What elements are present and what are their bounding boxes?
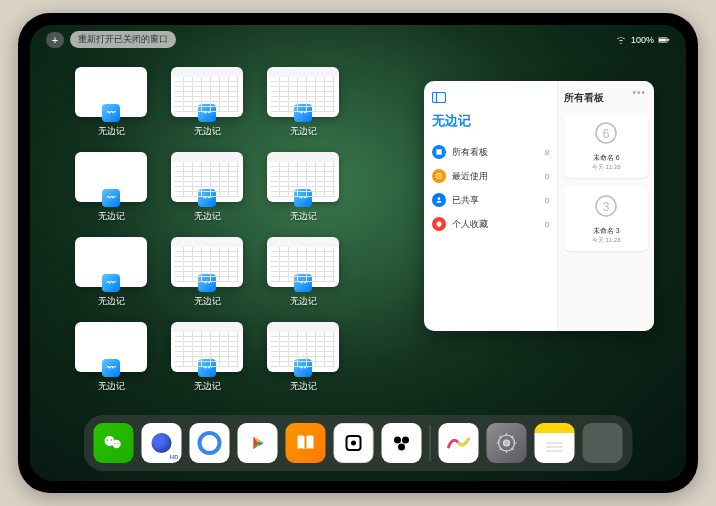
- battery-icon: [658, 36, 670, 44]
- thumbnail-label: 无边记: [194, 210, 221, 223]
- svg-text:6: 6: [603, 127, 610, 141]
- panel-sidebar: 无边记 所有看板8最近使用0已共享0个人收藏0: [424, 81, 557, 331]
- window-thumbnail[interactable]: 〰无边记: [72, 152, 150, 223]
- sidebar-item-count: 8: [545, 148, 549, 157]
- freeform-badge-icon: 〰: [102, 104, 120, 122]
- quark-app-icon[interactable]: HD: [142, 423, 182, 463]
- thumbnail-label: 无边记: [194, 295, 221, 308]
- sidebar-item-count: 0: [545, 172, 549, 181]
- svg-point-15: [114, 443, 115, 444]
- svg-point-12: [112, 440, 120, 448]
- thumbnail-label: 无边记: [290, 295, 317, 308]
- thumbnail-label: 无边记: [98, 125, 125, 138]
- board-preview: 3: [588, 192, 624, 222]
- window-thumbnail[interactable]: 〰无边记: [168, 322, 246, 393]
- app-switcher-grid: 〰无边记〰无边记〰无边记〰无边记〰无边记〰无边记〰无边记〰无边记〰无边记〰无边记…: [72, 67, 342, 393]
- freeform-badge-icon: 〰: [294, 274, 312, 292]
- thumbnail-label: 无边记: [98, 295, 125, 308]
- sidebar-item[interactable]: 已共享0: [432, 188, 549, 212]
- svg-point-14: [111, 439, 113, 441]
- window-thumbnail[interactable]: 〰无边记: [264, 152, 342, 223]
- video-app-icon[interactable]: [238, 423, 278, 463]
- svg-point-20: [402, 437, 409, 444]
- category-icon: [432, 193, 446, 207]
- thumbnail-label: 无边记: [290, 380, 317, 393]
- board-date: 今天 11:28: [570, 236, 642, 245]
- status-icons: 100%: [615, 31, 670, 48]
- status-bar: + 重新打开已关闭的窗口 100%: [30, 31, 686, 48]
- thumbnail-label: 无边记: [194, 380, 221, 393]
- sidebar-item[interactable]: 所有看板8: [432, 140, 549, 164]
- svg-point-18: [351, 441, 356, 446]
- board-date: 今天 11:28: [570, 163, 642, 172]
- app-library-icon[interactable]: [583, 423, 623, 463]
- window-thumbnail[interactable]: 〰无边记: [72, 237, 150, 308]
- panel-title: 无边记: [432, 112, 549, 130]
- svg-text:3: 3: [603, 200, 610, 214]
- books-app-icon[interactable]: [286, 423, 326, 463]
- svg-point-21: [398, 444, 405, 451]
- sidebar-item-label: 已共享: [452, 194, 539, 207]
- svg-point-16: [117, 443, 118, 444]
- svg-rect-2: [668, 38, 669, 40]
- board-preview: 6: [588, 119, 624, 149]
- freeform-badge-icon: 〰: [198, 104, 216, 122]
- freeform-badge-icon: 〰: [198, 189, 216, 207]
- freeform-badge-icon: 〰: [102, 359, 120, 377]
- svg-point-19: [394, 437, 401, 444]
- category-icon: [432, 217, 446, 231]
- freeform-badge-icon: 〰: [294, 189, 312, 207]
- screen: + 重新打开已关闭的窗口 100% 〰无边记〰无边记〰无边记〰无边记〰无边记〰无…: [30, 25, 686, 481]
- board-name: 未命名 6: [570, 153, 642, 163]
- thumbnail-label: 无边记: [290, 125, 317, 138]
- window-thumbnail[interactable]: 〰无边记: [168, 152, 246, 223]
- notes-app-icon[interactable]: [535, 423, 575, 463]
- freeform-badge-icon: 〰: [198, 274, 216, 292]
- window-thumbnail[interactable]: 〰无边记: [72, 322, 150, 393]
- category-icon: [432, 145, 446, 159]
- thumbnail-label: 无边记: [98, 380, 125, 393]
- sidebar-item-count: 0: [545, 220, 549, 229]
- window-thumbnail[interactable]: 〰无边记: [72, 67, 150, 138]
- utility-app-icon[interactable]: [382, 423, 422, 463]
- panel-boards: 所有看板 6未命名 6今天 11:283未命名 3今天 11:28: [557, 81, 654, 331]
- svg-point-13: [107, 439, 109, 441]
- sidebar-item-label: 所有看板: [452, 146, 539, 159]
- window-thumbnail[interactable]: 〰无边记: [264, 322, 342, 393]
- window-thumbnail[interactable]: 〰无边记: [264, 237, 342, 308]
- window-thumbnail[interactable]: 〰无边记: [264, 67, 342, 138]
- wechat-app-icon[interactable]: [94, 423, 134, 463]
- freeform-badge-icon: 〰: [294, 104, 312, 122]
- reopen-closed-button[interactable]: 重新打开已关闭的窗口: [70, 31, 176, 48]
- sidebar-item-label: 最近使用: [452, 170, 539, 183]
- svg-point-6: [438, 197, 441, 200]
- sidebar-item-count: 0: [545, 196, 549, 205]
- freeform-panel[interactable]: ••• 无边记 所有看板8最近使用0已共享0个人收藏0 所有看板 6未命名 6今…: [424, 81, 654, 331]
- svg-point-23: [504, 440, 510, 446]
- freeform-badge-icon: 〰: [294, 359, 312, 377]
- settings-app-icon[interactable]: [487, 423, 527, 463]
- sidebar-item[interactable]: 个人收藏0: [432, 212, 549, 236]
- sidebar-toggle-icon[interactable]: [432, 91, 549, 106]
- thumbnail-label: 无边记: [290, 210, 317, 223]
- sidebar-item[interactable]: 最近使用0: [432, 164, 549, 188]
- dock: HD: [84, 415, 633, 471]
- window-thumbnail[interactable]: 〰无边记: [168, 67, 246, 138]
- freeform-badge-icon: 〰: [198, 359, 216, 377]
- new-window-button[interactable]: +: [46, 32, 64, 48]
- window-thumbnail[interactable]: 〰无边记: [168, 237, 246, 308]
- dock-separator: [430, 425, 431, 461]
- ipad-frame: + 重新打开已关闭的窗口 100% 〰无边记〰无边记〰无边记〰无边记〰无边记〰无…: [18, 13, 698, 493]
- board-card[interactable]: 3未命名 3今天 11:28: [564, 186, 648, 251]
- qq-browser-app-icon[interactable]: [190, 423, 230, 463]
- svg-rect-3: [433, 93, 446, 103]
- board-name: 未命名 3: [570, 226, 642, 236]
- board-card[interactable]: 6未命名 6今天 11:28: [564, 113, 648, 178]
- game-app-icon[interactable]: [334, 423, 374, 463]
- sidebar-item-label: 个人收藏: [452, 218, 539, 231]
- thumbnail-label: 无边记: [98, 210, 125, 223]
- wifi-icon: [615, 36, 627, 44]
- more-icon[interactable]: •••: [632, 87, 646, 98]
- svg-rect-1: [659, 38, 667, 41]
- freeform-app-icon[interactable]: [439, 423, 479, 463]
